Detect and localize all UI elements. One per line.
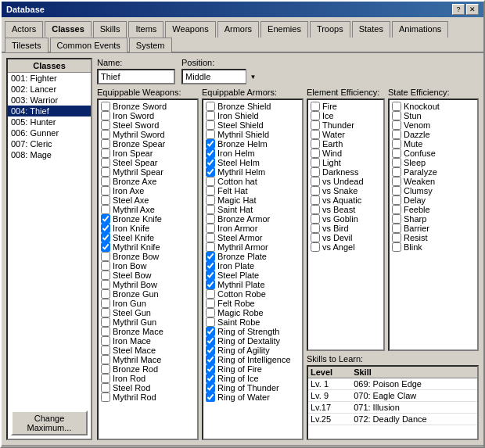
list-item[interactable]: 002: Lancer: [8, 84, 91, 95]
weapon-item[interactable]: Iron Axe: [100, 186, 196, 195]
weapon-item[interactable]: Steel Knife: [100, 233, 196, 242]
element-checkbox[interactable]: [311, 195, 320, 205]
weapon-item[interactable]: Mythril Axe: [100, 205, 196, 214]
weapon-checkbox[interactable]: [101, 186, 110, 195]
element-checkbox[interactable]: [311, 224, 320, 233]
tab-tilesets[interactable]: Tilesets: [5, 38, 48, 52]
weapon-item[interactable]: Bronze Gun: [100, 289, 196, 299]
weapon-item[interactable]: Bronze Bow: [100, 252, 196, 261]
armor-item[interactable]: Mythril Shield: [205, 130, 300, 139]
list-item[interactable]: 003: Warrior: [8, 95, 91, 106]
element-item[interactable]: Earth: [310, 139, 382, 149]
state-item[interactable]: Sharp: [391, 214, 476, 224]
state-checkbox[interactable]: [392, 149, 401, 158]
weapon-item[interactable]: Steel Gun: [100, 308, 196, 317]
weapon-checkbox[interactable]: [101, 195, 110, 205]
state-checkbox[interactable]: [392, 167, 401, 177]
state-checkbox[interactable]: [392, 214, 401, 224]
armor-checkbox[interactable]: [206, 214, 215, 224]
weapon-checkbox[interactable]: [101, 252, 110, 261]
weapon-item[interactable]: Bronze Axe: [100, 177, 196, 186]
armor-checkbox[interactable]: [206, 167, 215, 177]
list-item[interactable]: 008: Mage: [8, 149, 91, 160]
element-list[interactable]: Fire Ice Thunder Water Earth Wind Light …: [307, 99, 385, 351]
state-item[interactable]: Barrier: [391, 224, 476, 233]
weapon-item[interactable]: Iron Rod: [100, 374, 196, 383]
weapon-checkbox[interactable]: [101, 242, 110, 252]
armor-item[interactable]: Mythril Plate: [205, 280, 300, 289]
element-item[interactable]: Water: [310, 130, 382, 139]
armor-item[interactable]: Ring of Water: [205, 392, 300, 402]
weapon-checkbox[interactable]: [101, 102, 110, 111]
state-item[interactable]: Feeble: [391, 205, 476, 214]
element-checkbox[interactable]: [311, 205, 320, 214]
armor-item[interactable]: Ring of Strength: [205, 327, 300, 336]
weapon-checkbox[interactable]: [101, 271, 110, 280]
armor-checkbox[interactable]: [206, 224, 215, 233]
weapon-checkbox[interactable]: [101, 149, 110, 158]
armor-item[interactable]: Ring of Ice: [205, 374, 300, 383]
weapon-checkbox[interactable]: [101, 355, 110, 364]
weapon-item[interactable]: Bronze Rod: [100, 364, 196, 374]
armor-checkbox[interactable]: [206, 364, 215, 374]
armor-item[interactable]: Iron Helm: [205, 149, 300, 158]
weapon-item[interactable]: Mythril Spear: [100, 167, 196, 177]
element-item[interactable]: Darkness: [310, 167, 382, 177]
element-checkbox[interactable]: [311, 242, 320, 252]
weapon-item[interactable]: Steel Bow: [100, 271, 196, 280]
weapon-checkbox[interactable]: [101, 383, 110, 392]
weapon-item[interactable]: Iron Gun: [100, 299, 196, 308]
weapon-checkbox[interactable]: [101, 120, 110, 130]
element-item[interactable]: vs Snake: [310, 186, 382, 195]
tab-enemies[interactable]: Enemies: [260, 21, 308, 38]
weapon-checkbox[interactable]: [101, 224, 110, 233]
weapon-item[interactable]: Iron Knife: [100, 224, 196, 233]
weapon-checkbox[interactable]: [101, 214, 110, 224]
state-item[interactable]: Paralyze: [391, 167, 476, 177]
weapon-checkbox[interactable]: [101, 167, 110, 177]
armor-item[interactable]: Steel Helm: [205, 158, 300, 167]
element-checkbox[interactable]: [311, 149, 320, 158]
weapon-checkbox[interactable]: [101, 130, 110, 139]
armor-checkbox[interactable]: [206, 355, 215, 364]
state-checkbox[interactable]: [392, 205, 401, 214]
armor-checkbox[interactable]: [206, 346, 215, 355]
state-item[interactable]: Knockout: [391, 102, 476, 111]
armor-checkbox[interactable]: [206, 233, 215, 242]
weapon-item[interactable]: Steel Rod: [100, 383, 196, 392]
element-item[interactable]: vs Undead: [310, 177, 382, 186]
armor-item[interactable]: Iron Armor: [205, 224, 300, 233]
weapon-item[interactable]: Iron Spear: [100, 149, 196, 158]
tab-system[interactable]: System: [129, 38, 172, 52]
armor-checkbox[interactable]: [206, 327, 215, 336]
armor-checkbox[interactable]: [206, 120, 215, 130]
armor-checkbox[interactable]: [206, 252, 215, 261]
weapon-checkbox[interactable]: [101, 205, 110, 214]
weapon-checkbox[interactable]: [101, 374, 110, 383]
armor-item[interactable]: Steel Plate: [205, 271, 300, 280]
armor-item[interactable]: Ring of Dextality: [205, 336, 300, 346]
state-item[interactable]: Mute: [391, 139, 476, 149]
tab-states[interactable]: States: [352, 21, 390, 38]
element-item[interactable]: Ice: [310, 111, 382, 120]
weapon-item[interactable]: Mythril Mace: [100, 355, 196, 364]
element-item[interactable]: vs Devil: [310, 233, 382, 242]
state-checkbox[interactable]: [392, 102, 401, 111]
armor-item[interactable]: Steel Shield: [205, 120, 300, 130]
weapon-checkbox[interactable]: [101, 364, 110, 374]
armor-checkbox[interactable]: [206, 317, 215, 327]
armor-item[interactable]: Ring of Agility: [205, 346, 300, 355]
armor-checkbox[interactable]: [206, 195, 215, 205]
tab-troops[interactable]: Troops: [310, 21, 350, 38]
element-item[interactable]: Fire: [310, 102, 382, 111]
element-item[interactable]: vs Beast: [310, 205, 382, 214]
element-item[interactable]: vs Angel: [310, 242, 382, 252]
help-button[interactable]: ?: [452, 4, 465, 15]
armor-item[interactable]: Saint Robe: [205, 317, 300, 327]
armor-item[interactable]: Iron Shield: [205, 111, 300, 120]
state-checkbox[interactable]: [392, 130, 401, 139]
weapon-item[interactable]: Iron Mace: [100, 336, 196, 346]
element-item[interactable]: vs Aquatic: [310, 195, 382, 205]
state-item[interactable]: Weaken: [391, 177, 476, 186]
state-checkbox[interactable]: [392, 224, 401, 233]
